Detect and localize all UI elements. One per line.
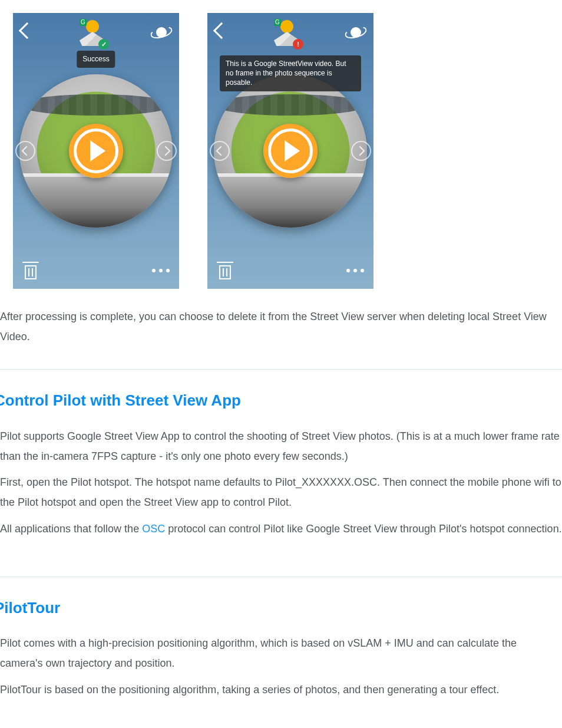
- divider: [0, 369, 562, 370]
- google-g-icon: G: [80, 19, 87, 26]
- prev-button[interactable]: [15, 141, 35, 161]
- heading-control-pilot: Control Pilot with Street View App: [0, 386, 562, 415]
- back-icon[interactable]: [213, 22, 230, 39]
- heading-pilottour: PilotTour: [0, 594, 562, 622]
- top-bar: G ✓: [13, 13, 179, 46]
- streetview-badge[interactable]: G ✓: [80, 20, 105, 46]
- google-g-icon: G: [274, 19, 281, 26]
- section2-p2: PilotTour is based on the positioning al…: [0, 680, 562, 700]
- section-control-pilot: Control Pilot with Street View App Pilot…: [0, 386, 562, 538]
- delete-icon[interactable]: [217, 262, 233, 279]
- osc-link[interactable]: OSC: [142, 523, 165, 535]
- toast-error: This is a Google StreetView video. But n…: [220, 55, 361, 91]
- status-success-icon: ✓: [98, 39, 109, 50]
- next-button[interactable]: [351, 141, 371, 161]
- next-button[interactable]: [157, 141, 177, 161]
- prev-button[interactable]: [210, 141, 230, 161]
- bottom-bar: [207, 262, 373, 279]
- phone-screenshot-error: G ! This is a Google StreetView video. B…: [207, 13, 373, 289]
- section1-p1: Pilot supports Google Street View App to…: [0, 426, 562, 466]
- view-mode-icon[interactable]: [152, 26, 171, 39]
- more-icon[interactable]: [346, 269, 364, 272]
- section2-p1: Pilot comes with a high-precision positi…: [0, 633, 562, 673]
- phone-screenshot-success: G ✓ Success: [13, 13, 179, 289]
- more-icon[interactable]: [152, 269, 170, 272]
- play-button[interactable]: [69, 124, 123, 178]
- section1-p3-post: protocol can control Pilot like Google S…: [165, 523, 562, 535]
- section1-p3: All applications that follow the OSC pro…: [0, 519, 562, 539]
- top-bar: G !: [207, 13, 373, 46]
- streetview-badge[interactable]: G !: [274, 20, 300, 46]
- bottom-bar: [13, 262, 179, 279]
- para-after-screenshots: After processing is complete, you can ch…: [0, 307, 562, 347]
- section1-p2: First, open the Pilot hotspot. The hotsp…: [0, 472, 562, 512]
- view-mode-icon[interactable]: [346, 26, 365, 39]
- screenshot-row: G ✓ Success G ! This is a Googl: [0, 0, 562, 289]
- back-icon[interactable]: [19, 22, 35, 39]
- status-error-icon: !: [293, 39, 303, 50]
- divider: [0, 577, 562, 577]
- delete-icon[interactable]: [22, 262, 39, 279]
- play-button[interactable]: [263, 124, 318, 178]
- section-pilottour: PilotTour Pilot comes with a high-precis…: [0, 594, 562, 700]
- section1-p3-pre: All applications that follow the: [0, 523, 142, 535]
- toast-success: Success: [77, 51, 115, 68]
